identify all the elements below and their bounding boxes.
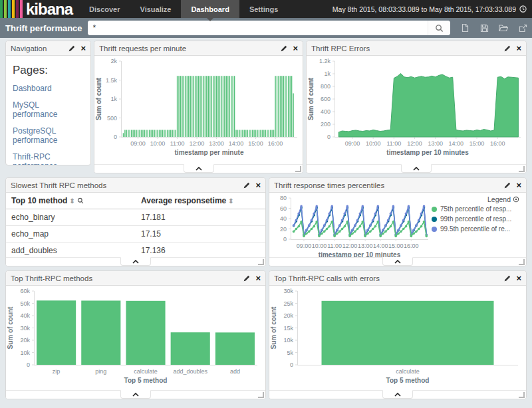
collapse-panel-button[interactable] — [184, 164, 214, 173]
dashboard-toolbar: Thrift performance — [0, 18, 532, 38]
time-range-text: May 8th 2015, 08:03:33.089 to May 8th 20… — [332, 5, 516, 13]
chevron-up-icon — [413, 167, 420, 171]
edit-panel-button[interactable] — [68, 45, 75, 52]
resize-handle[interactable] — [258, 259, 264, 265]
table-row[interactable]: echo_map17.15 — [6, 226, 265, 243]
remove-panel-button[interactable]: × — [80, 44, 86, 52]
chevron-up-icon — [132, 393, 139, 397]
percentiles-body: 02040608009:0010:0011:0012:0013:0014:001… — [269, 193, 526, 262]
chevron-up-icon — [132, 260, 139, 264]
legend-item[interactable]: 99.5th percentile of re... — [432, 225, 519, 233]
svg-text:16:00: 16:00 — [490, 140, 505, 147]
panel-title: Top Thrift-RPC methods — [11, 274, 92, 282]
svg-text:15:00: 15:00 — [388, 243, 404, 249]
time-picker[interactable]: May 8th 2015, 08:03:33.089 to May 8th 20… — [332, 0, 532, 18]
tab-settings[interactable]: Settings — [239, 0, 288, 18]
collapse-panel-button[interactable] — [120, 257, 151, 266]
svg-text:50k: 50k — [20, 300, 30, 307]
edit-panel-button[interactable] — [281, 45, 287, 52]
navigation-body: Pages: Dashboard MySQL performance Postg… — [6, 56, 90, 165]
edit-panel-button[interactable] — [243, 275, 250, 282]
legend-dot-icon — [432, 217, 437, 222]
edit-panel-button[interactable] — [243, 182, 250, 189]
remove-panel-button[interactable]: × — [255, 274, 261, 282]
top-methods-chart[interactable]: 010k20k30k40k50k60kSum of countTop 5 met… — [6, 286, 265, 391]
svg-text:800: 800 — [321, 83, 331, 90]
panel-footer — [94, 164, 303, 173]
top-errors-chart[interactable]: 05k10k15k20k25k30kSum of countTop 5 meth… — [269, 286, 526, 391]
svg-text:40: 40 — [280, 215, 287, 222]
legend-toggle[interactable]: Legend — [432, 195, 519, 203]
table-row[interactable]: echo_binary17.181 — [6, 209, 265, 226]
collapse-panel-button[interactable] — [120, 390, 151, 399]
remove-panel-button[interactable]: × — [516, 44, 521, 52]
svg-text:Sum of count: Sum of count — [270, 306, 277, 350]
tab-discover[interactable]: Discover — [79, 0, 130, 18]
query-input[interactable] — [88, 21, 428, 35]
remove-panel-button[interactable]: × — [293, 44, 298, 52]
svg-text:11:00: 11:00 — [327, 243, 342, 249]
save-dashboard-button[interactable] — [475, 18, 494, 38]
edit-panel-button[interactable] — [504, 275, 511, 282]
svg-text:25k: 25k — [283, 300, 293, 307]
share-dashboard-button[interactable] — [513, 18, 532, 38]
panel-slowest-methods: Slowest Thrift RPC methods × Top 10 meth… — [5, 177, 266, 266]
svg-text:calculate: calculate — [134, 368, 158, 375]
nav-link-mysql[interactable]: MySQL performance — [13, 100, 84, 119]
nav-link-dashboard[interactable]: Dashboard — [13, 84, 84, 93]
dashboard-grid: Navigation × Pages: Dashboard MySQL perf… — [0, 38, 532, 399]
resize-handle[interactable] — [519, 166, 525, 172]
column-search-icon[interactable] — [77, 197, 84, 204]
query-bar — [88, 21, 450, 35]
svg-text:14:00: 14:00 — [373, 243, 388, 249]
nav-link-postgresql[interactable]: PostgreSQL performance — [13, 126, 84, 145]
panel-title: Thrift requests per minute — [99, 45, 186, 52]
svg-text:16:00: 16:00 — [268, 140, 283, 147]
svg-text:Sum of count: Sum of count — [95, 77, 102, 120]
legend-item[interactable]: 99th percentile of resp... — [432, 215, 519, 223]
panel-response-percentiles: Thrift response times percentiles × 0204… — [269, 177, 527, 266]
resize-handle[interactable] — [295, 166, 301, 172]
percentiles-chart[interactable]: 02040608009:0010:0011:0012:0013:0014:001… — [272, 194, 432, 262]
thrift-errors-chart[interactable]: 02004006008001k1.2k09:0010:0011:0012:001… — [307, 56, 526, 165]
load-dashboard-button[interactable] — [494, 18, 513, 38]
collapse-panel-button[interactable] — [382, 390, 413, 399]
resize-handle[interactable] — [258, 392, 264, 398]
nav-link-thrift-rpc[interactable]: Thrift-RPC performance — [13, 152, 84, 165]
panel-title: Slowest Thrift RPC methods — [11, 181, 106, 189]
resize-handle[interactable] — [519, 259, 525, 265]
edit-panel-button[interactable] — [504, 45, 511, 52]
panel-footer — [269, 257, 526, 266]
thrift-requests-chart[interactable]: 05001k1.5k2k09:0010:0011:0012:0013:0014:… — [94, 56, 303, 165]
resize-handle[interactable] — [519, 392, 525, 398]
column-header-responsetime[interactable]: Average responsetime⇕ — [136, 193, 265, 209]
svg-text:timestamp per 10 minutes: timestamp per 10 minutes — [386, 149, 469, 156]
svg-text:2k: 2k — [110, 58, 117, 64]
panel-thrift-requests: Thrift requests per minute × 05001k1.5k2… — [94, 41, 303, 173]
column-header-method[interactable]: Top 10 method⇕ — [6, 193, 136, 209]
remove-panel-button[interactable]: × — [255, 181, 261, 189]
new-dashboard-button[interactable] — [456, 18, 475, 38]
search-button[interactable] — [428, 21, 450, 35]
edit-panel-button[interactable] — [504, 182, 511, 189]
svg-text:Top 5 method: Top 5 method — [124, 377, 168, 384]
svg-text:11:00: 11:00 — [386, 140, 401, 147]
collapse-panel-button[interactable] — [401, 164, 432, 173]
legend-dot-icon — [432, 207, 437, 212]
toolbar-icons — [456, 18, 532, 38]
tab-visualize[interactable]: Visualize — [130, 0, 182, 18]
panel-title: Navigation — [11, 45, 47, 52]
kibana-logo[interactable]: kibana — [0, 0, 79, 18]
panel-top-methods: Top Thrift-RPC methods × 010k20k30k40k50… — [5, 270, 266, 399]
panel-header: Top Thrift-RPC methods × — [6, 271, 265, 286]
svg-text:ping: ping — [95, 368, 106, 375]
remove-panel-button[interactable]: × — [516, 274, 521, 282]
remove-panel-button[interactable]: × — [516, 181, 521, 189]
brand-text: kibana — [26, 1, 72, 17]
table-row[interactable]: add_doubles17.136 — [6, 243, 265, 259]
svg-text:0: 0 — [327, 134, 331, 140]
tab-dashboard[interactable]: Dashboard — [181, 0, 239, 18]
legend-item[interactable]: 75th percentile of resp... — [432, 205, 519, 213]
panel-header: Slowest Thrift RPC methods × — [6, 178, 265, 193]
collapse-panel-button[interactable] — [382, 257, 413, 266]
